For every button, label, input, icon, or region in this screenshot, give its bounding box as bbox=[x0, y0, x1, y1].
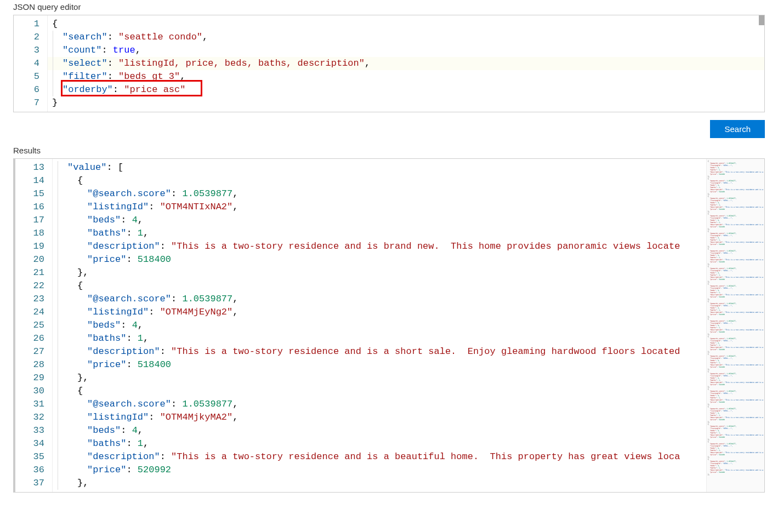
scrollbar-handle[interactable] bbox=[759, 15, 764, 25]
code-line[interactable]: "beds": 4, bbox=[57, 424, 706, 437]
code-line[interactable]: "select": "listingId, price, beds, baths… bbox=[52, 57, 764, 70]
code-line[interactable]: "listingId": "OTM4MjEyNg2", bbox=[57, 306, 706, 319]
results-title-label: Results bbox=[0, 144, 778, 158]
code-line[interactable]: "baths": 1, bbox=[57, 437, 706, 450]
results-code-body[interactable]: "value": [{"@search.score": 1.0539877,"l… bbox=[53, 159, 706, 492]
results-viewer[interactable]: 1314151617181920212223242526272829303132… bbox=[13, 158, 765, 493]
code-line[interactable]: }, bbox=[57, 371, 706, 385]
query-editor[interactable]: 1234567 {"search": "seattle condo","coun… bbox=[13, 15, 765, 112]
code-line[interactable]: { bbox=[57, 174, 706, 187]
query-gutter: 1234567 bbox=[14, 15, 48, 112]
minimap[interactable]: { "@search.score": 1.0539877, "listingId… bbox=[706, 159, 764, 492]
code-line[interactable]: } bbox=[52, 96, 764, 110]
editor-title-label: JSON query editor bbox=[0, 0, 778, 15]
code-line[interactable]: "price": 518400 bbox=[57, 358, 706, 371]
code-line[interactable]: "listingId": "OTM4NTIxNA2", bbox=[57, 201, 706, 214]
code-line[interactable]: { bbox=[57, 279, 706, 293]
code-line[interactable]: "description": "This is a two-story resi… bbox=[57, 345, 706, 358]
search-button[interactable]: Search bbox=[710, 120, 765, 138]
query-code-body[interactable]: {"search": "seattle condo","count": true… bbox=[48, 15, 764, 112]
code-line[interactable]: "description": "This is a two-story resi… bbox=[57, 450, 706, 464]
code-line[interactable]: "count": true, bbox=[52, 44, 764, 57]
code-line[interactable]: "description": "This is a two-story resi… bbox=[57, 240, 706, 253]
code-line[interactable]: }, bbox=[57, 266, 706, 279]
code-line[interactable]: "listingId": "OTM4MjkyMA2", bbox=[57, 411, 706, 424]
code-line[interactable]: "price": 520992 bbox=[57, 464, 706, 477]
code-line[interactable]: "filter": "beds gt 3", bbox=[52, 70, 764, 83]
code-line[interactable]: "@search.score": 1.0539877, bbox=[57, 398, 706, 411]
code-line[interactable]: "beds": 4, bbox=[57, 214, 706, 227]
code-line[interactable]: "beds": 4, bbox=[57, 319, 706, 332]
code-line[interactable]: { bbox=[52, 18, 764, 31]
code-line[interactable]: "@search.score": 1.0539877, bbox=[57, 187, 706, 201]
code-line[interactable]: { bbox=[57, 385, 706, 398]
code-line[interactable]: }, bbox=[57, 477, 706, 490]
code-line[interactable]: "value": [ bbox=[57, 161, 706, 174]
code-line[interactable]: "baths": 1, bbox=[57, 227, 706, 240]
code-line[interactable]: "@search.score": 1.0539877, bbox=[57, 293, 706, 306]
code-line[interactable]: "search": "seattle condo", bbox=[52, 31, 764, 44]
code-line[interactable]: "price": 518400 bbox=[57, 253, 706, 266]
results-gutter: 1314151617181920212223242526272829303132… bbox=[15, 159, 53, 492]
code-line[interactable]: "baths": 1, bbox=[57, 332, 706, 345]
code-line[interactable]: "orderby": "price asc" bbox=[52, 83, 764, 96]
